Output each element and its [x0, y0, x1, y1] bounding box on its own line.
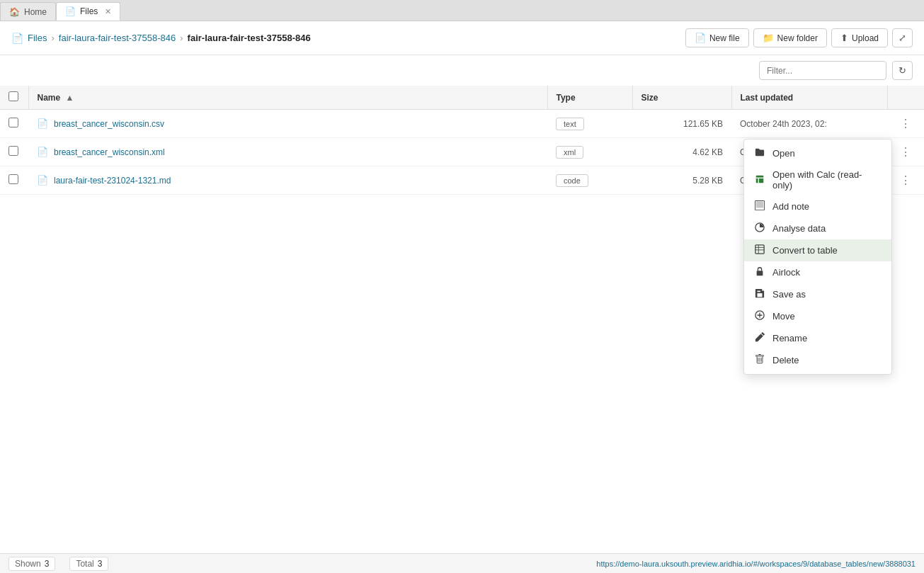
menu-icon-airlock [754, 266, 765, 278]
row-menu-btn-0[interactable]: ⋮ [896, 115, 916, 132]
status-shown: Shown 3 [8, 557, 55, 571]
context-menu-item-rename[interactable]: Rename [744, 327, 891, 349]
tab-home[interactable]: 🏠 Home [0, 2, 56, 21]
tab-files[interactable]: 📄 Files ✕ [56, 2, 120, 21]
th-type[interactable]: Type [547, 86, 632, 110]
file-name-link-0[interactable]: breast_cancer_wisconsin.csv [54, 119, 164, 129]
context-menu-item-open[interactable]: Open [744, 142, 891, 164]
row-menu-btn-1[interactable]: ⋮ [896, 144, 916, 160]
svg-rect-8 [757, 271, 763, 276]
menu-label-convert: Convert to table [772, 245, 838, 256]
menu-icon-analyse [754, 222, 765, 234]
expand-button[interactable]: ⤢ [892, 28, 913, 47]
file-icon-2: 📄 [37, 175, 48, 186]
upload-icon: ⬆ [840, 33, 848, 43]
new-file-label: New file [709, 33, 740, 43]
type-badge-1: xml [556, 146, 583, 159]
th-size-label: Size [641, 93, 658, 103]
row-checkbox-cell [0, 110, 28, 138]
breadcrumb-sep1: › [51, 33, 54, 43]
context-menu-item-analyse[interactable]: Analyse data [744, 217, 891, 239]
row-checkbox-cell [0, 166, 28, 195]
row-name-cell: 📄 breast_cancer_wisconsin.csv [28, 110, 547, 138]
row-checkbox-1[interactable] [8, 146, 18, 156]
row-checkbox-0[interactable] [8, 118, 18, 127]
menu-icon-convert [754, 244, 765, 256]
menu-icon-move [754, 310, 765, 322]
filter-input[interactable] [759, 61, 886, 80]
breadcrumb-parent-link[interactable]: fair-laura-fair-test-37558-846 [59, 33, 176, 43]
menu-label-rename: Rename [772, 333, 807, 344]
th-actions [887, 86, 924, 110]
file-icon-0: 📄 [37, 118, 48, 129]
breadcrumb-files-link[interactable]: Files [28, 33, 47, 43]
home-tab-icon: 🏠 [9, 7, 20, 17]
new-folder-button[interactable]: 📁 New folder [753, 28, 827, 47]
tab-bar: 🏠 Home 📄 Files ✕ [0, 0, 924, 21]
row-checkbox-2[interactable] [8, 174, 18, 184]
toolbar: 📄 Files › fair-laura-fair-test-37558-846… [0, 21, 924, 55]
menu-icon-save-as [754, 288, 765, 300]
file-name-link-1[interactable]: breast_cancer_wisconsin.xml [54, 147, 165, 157]
menu-label-airlock: Airlock [772, 267, 800, 278]
menu-label-open-calc: Open with Calc (read-only) [772, 169, 882, 191]
row-date-cell: October 24th 2023, 02: [731, 110, 887, 138]
type-badge-0: text [556, 118, 584, 130]
th-type-label: Type [557, 93, 576, 103]
menu-label-analyse: Analyse data [772, 223, 826, 234]
context-menu-item-delete[interactable]: Delete [744, 349, 891, 371]
row-size-cell: 5.28 KB [632, 166, 731, 195]
status-url: https://demo-laura.uksouth.preview.aridh… [596, 560, 916, 568]
new-folder-icon: 📁 [763, 33, 774, 43]
context-menu-item-airlock[interactable]: Airlock [744, 261, 891, 283]
new-folder-label: New folder [777, 33, 818, 43]
toolbar-actions: 📄 New file 📁 New folder ⬆ Upload ⤢ [685, 28, 913, 47]
context-menu-item-move[interactable]: Move [744, 305, 891, 327]
menu-label-move: Move [772, 311, 795, 322]
files-tab-label: Files [80, 6, 98, 16]
th-name[interactable]: Name ▲ [28, 86, 547, 110]
menu-label-save-as: Save as [772, 289, 806, 300]
breadcrumb-sep2: › [180, 33, 183, 43]
menu-icon-open [754, 147, 765, 159]
row-type-cell: text [547, 110, 632, 138]
files-tab-icon: 📄 [65, 6, 76, 16]
th-updated[interactable]: Last updated [731, 86, 887, 110]
sort-asc-icon: ▲ [66, 93, 74, 103]
context-menu-item-convert[interactable]: Convert to table [744, 239, 891, 261]
context-menu-item-add-note[interactable]: Add note [744, 195, 891, 217]
type-badge-2: code [556, 174, 588, 187]
total-count: 3 [98, 559, 103, 569]
row-type-cell: xml [547, 138, 632, 166]
row-name-cell: 📄 breast_cancer_wisconsin.xml [28, 138, 547, 166]
filter-row: ↻ [0, 55, 924, 86]
row-type-cell: code [547, 166, 632, 195]
file-name-link-2[interactable]: laura-fair-test-231024-1321.md [54, 176, 171, 186]
context-menu-item-save-as[interactable]: Save as [744, 283, 891, 305]
files-tab-close[interactable]: ✕ [105, 7, 111, 16]
upload-label: Upload [852, 33, 879, 43]
row-actions-cell: ⋮ [887, 166, 924, 195]
menu-label-add-note: Add note [772, 201, 809, 212]
row-size-cell: 121.65 KB [632, 110, 731, 138]
th-updated-label: Last updated [741, 93, 794, 103]
menu-icon-delete [754, 354, 765, 366]
breadcrumb-icon: 📄 [11, 33, 23, 44]
breadcrumb-current: fair-laura-fair-test-37558-846 [188, 33, 311, 43]
upload-button[interactable]: ⬆ Upload [831, 28, 888, 47]
th-name-label: Name [38, 93, 61, 103]
row-checkbox-cell [0, 138, 28, 166]
row-menu-btn-2[interactable]: ⋮ [896, 172, 916, 188]
new-file-button[interactable]: 📄 New file [685, 28, 749, 47]
context-menu-item-open-calc[interactable]: Open with Calc (read-only) [744, 164, 891, 195]
refresh-button[interactable]: ↻ [892, 61, 913, 80]
th-checkbox [0, 86, 28, 110]
svg-rect-0 [756, 175, 764, 183]
row-actions-cell: ⋮ [887, 110, 924, 138]
row-actions-cell: ⋮ [887, 138, 924, 166]
th-size[interactable]: Size [632, 86, 731, 110]
row-name-cell: 📄 laura-fair-test-231024-1321.md [28, 166, 547, 195]
select-all-checkbox[interactable] [8, 91, 18, 101]
row-size-cell: 4.62 KB [632, 138, 731, 166]
menu-label-delete: Delete [772, 355, 799, 365]
